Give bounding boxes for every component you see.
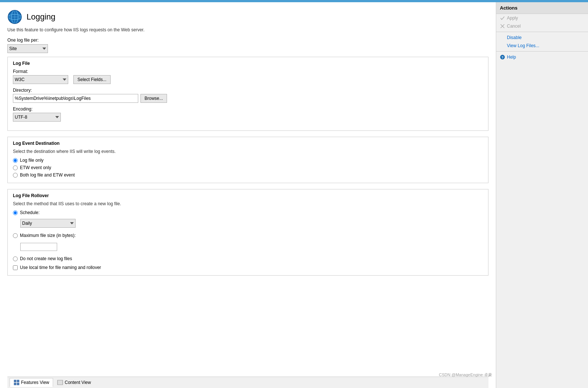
browse-button[interactable]: Browse... (140, 94, 167, 103)
log-file-title: Log File (13, 61, 483, 66)
one-log-label: One log file per: (7, 38, 488, 43)
radio-log-file-only[interactable]: Log file only (13, 158, 483, 163)
apply-icon (500, 15, 505, 21)
encoding-select[interactable]: UTF-8 ANSI (13, 113, 61, 122)
action-help[interactable]: ? Help (496, 53, 588, 61)
directory-row: Browse... (13, 94, 483, 103)
content-view-icon (57, 380, 63, 385)
max-file-input[interactable] (20, 243, 57, 251)
action-view-log-label: View Log Files... (507, 43, 539, 48)
svg-rect-7 (17, 380, 19, 382)
actions-panel: Actions Apply Cancel Disable (496, 2, 588, 388)
tab-content-view[interactable]: Content View (53, 378, 95, 387)
tab-features-label: Features View (21, 380, 49, 385)
directory-label: Directory: (13, 88, 483, 93)
log-rollover-title: Log File Rollover (13, 193, 483, 198)
one-log-group: One log file per: Site Server (7, 38, 488, 53)
format-row: W3C IIS NCSA Custom Select Fields... (13, 75, 483, 84)
cancel-icon (500, 24, 505, 29)
disable-icon (500, 35, 505, 40)
actions-header: Actions (496, 2, 588, 14)
tab-content-label: Content View (65, 380, 91, 385)
action-disable-label: Disable (507, 35, 522, 40)
radio-no-new-label: Do not create new log files (20, 256, 72, 261)
format-select[interactable]: W3C IIS NCSA Custom (13, 75, 68, 84)
svg-rect-8 (14, 383, 16, 385)
log-event-radio-group: Log file only ETW event only Both log fi… (13, 158, 483, 178)
radio-schedule[interactable]: Schedule: (13, 210, 483, 215)
radio-max-file-label: Maximum file size (in bytes): (20, 233, 76, 238)
page-description: Use this feature to configure how IIS lo… (7, 27, 488, 32)
svg-rect-6 (14, 380, 16, 382)
svg-rect-9 (17, 383, 19, 385)
log-event-description: Select the destination where IIS will wr… (13, 149, 483, 154)
logging-icon (7, 10, 22, 24)
log-rollover-description: Select the method that IIS uses to creat… (13, 201, 483, 206)
local-time-checkbox-item[interactable]: Use local time for file naming and rollo… (13, 265, 483, 270)
content-area: Logging Use this feature to configure ho… (0, 2, 496, 388)
page-header: Logging (7, 10, 488, 24)
action-disable[interactable]: Disable (496, 34, 588, 42)
local-time-label: Use local time for file naming and rollo… (20, 265, 101, 270)
local-time-checkbox[interactable] (13, 265, 18, 270)
one-log-select[interactable]: Site Server (7, 44, 48, 53)
radio-log-file-only-label: Log file only (20, 158, 44, 163)
radio-etw-only-label: ETW event only (20, 165, 51, 170)
action-cancel[interactable]: Cancel (496, 22, 588, 30)
action-separator-2 (496, 51, 588, 52)
max-file-input-row (20, 242, 483, 251)
log-rollover-section: Log File Rollover Select the method that… (7, 189, 488, 276)
content-scroll: Logging Use this feature to configure ho… (7, 10, 488, 377)
select-fields-button[interactable]: Select Fields... (73, 75, 111, 84)
features-view-icon (14, 380, 20, 385)
radio-both[interactable]: Both log file and ETW event (13, 172, 483, 178)
directory-input[interactable] (13, 94, 138, 103)
page-title: Logging (27, 12, 55, 22)
radio-max-file[interactable]: Maximum file size (in bytes): (13, 233, 483, 238)
help-icon: ? (500, 55, 505, 60)
action-view-log-files[interactable]: View Log Files... (496, 42, 588, 50)
log-file-section: Log File Format: W3C IIS NCSA Custom Sel… (7, 57, 488, 131)
rollover-radio-group: Schedule: Daily Weekly Monthly Hourly (13, 210, 483, 261)
action-apply[interactable]: Apply (496, 14, 588, 22)
watermark: CSDN @ManageEngine·卓豪 (439, 372, 492, 378)
svg-text:?: ? (501, 56, 504, 59)
log-event-section: Log Event Destination Select the destina… (7, 137, 488, 183)
action-separator-1 (496, 32, 588, 32)
radio-etw-only[interactable]: ETW event only (13, 165, 483, 170)
bottom-bar: Features View Content View (7, 377, 488, 388)
tab-features-view[interactable]: Features View (10, 378, 53, 387)
action-help-label: Help (507, 55, 516, 60)
format-group: Format: W3C IIS NCSA Custom Select Field… (13, 69, 483, 84)
schedule-row: Daily Weekly Monthly Hourly (20, 219, 483, 228)
action-apply-label: Apply (507, 15, 518, 21)
format-label: Format: (13, 69, 483, 74)
view-log-icon (500, 43, 505, 48)
encoding-group: Encoding: UTF-8 ANSI (13, 106, 483, 122)
radio-both-label: Both log file and ETW event (20, 172, 75, 178)
action-cancel-label: Cancel (507, 24, 521, 29)
encoding-label: Encoding: (13, 106, 483, 112)
radio-schedule-label: Schedule: (20, 210, 39, 215)
schedule-select[interactable]: Daily Weekly Monthly Hourly (20, 219, 76, 228)
radio-no-new[interactable]: Do not create new log files (13, 256, 483, 261)
directory-group: Directory: Browse... (13, 88, 483, 103)
log-event-title: Log Event Destination (13, 141, 483, 146)
